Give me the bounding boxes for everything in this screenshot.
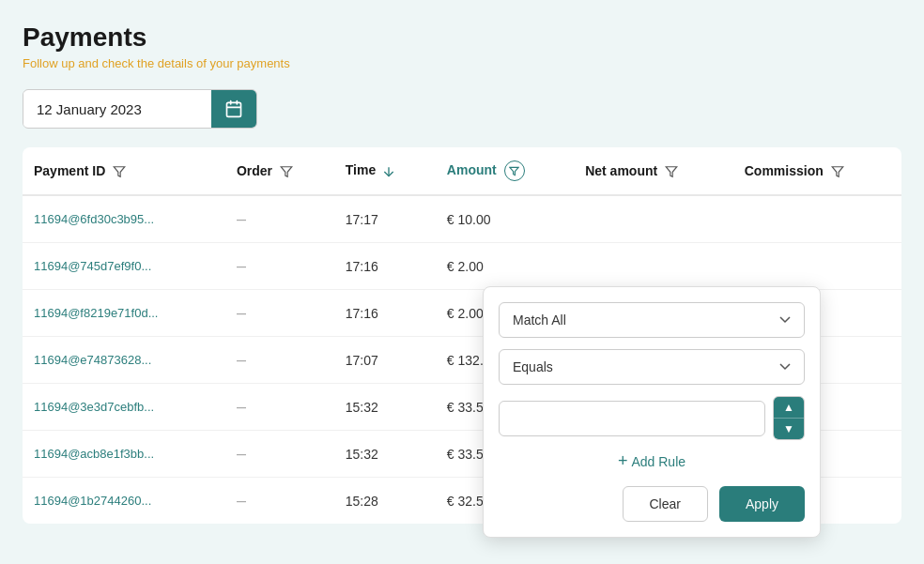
svg-marker-7	[510, 167, 518, 175]
svg-marker-8	[666, 167, 677, 177]
add-rule-plus-icon: +	[618, 451, 628, 471]
col-payment-id-label: Payment ID	[34, 163, 105, 178]
col-order: Order	[225, 147, 334, 195]
col-commission: Commission	[733, 147, 901, 195]
match-all-select[interactable]: Match All Match Any	[499, 302, 805, 338]
cell-net-amount	[574, 195, 733, 243]
add-rule-label: Add Rule	[631, 454, 685, 469]
col-time: Time	[334, 147, 436, 195]
cell-time: 17:17	[334, 195, 436, 243]
cell-payment-id: 11694@acb8e1f3bb...	[23, 431, 225, 478]
cell-time: 17:16	[334, 243, 436, 290]
cell-payment-id: 11694@3e3d7cebfb...	[23, 384, 225, 431]
svg-marker-9	[832, 167, 843, 177]
net-amount-filter-icon[interactable]	[665, 165, 678, 178]
equals-row: Equals Not Equals Greater Than Less Than…	[499, 349, 805, 385]
table-header-row: Payment ID Order Time	[23, 147, 901, 195]
clear-button[interactable]: Clear	[623, 486, 708, 522]
add-rule-row[interactable]: + Add Rule	[499, 451, 805, 471]
cell-order: –	[225, 195, 334, 243]
cell-time: 17:16	[334, 290, 436, 337]
time-sort-icon[interactable]	[381, 164, 396, 179]
cell-order: –	[225, 243, 334, 290]
cell-time: 15:32	[334, 384, 436, 431]
value-input-row: ▲ ▼	[499, 396, 805, 440]
col-order-label: Order	[237, 163, 272, 178]
cell-commission	[733, 243, 901, 290]
calendar-button[interactable]	[211, 90, 256, 128]
commission-filter-icon[interactable]	[831, 165, 844, 178]
cell-payment-id: 11694@745d7ef9f0...	[23, 243, 225, 290]
cell-payment-id: 11694@1b2744260...	[23, 478, 225, 525]
table-row: 11694@6fd30c3b95... – 17:17 € 10.00	[23, 195, 901, 243]
col-net-amount-label: Net amount	[585, 163, 657, 178]
cell-order: –	[225, 290, 334, 337]
cell-order: –	[225, 337, 334, 384]
col-net-amount: Net amount	[574, 147, 733, 195]
cell-time: 17:07	[334, 337, 436, 384]
cell-order: –	[225, 478, 334, 525]
page-title: Payments	[23, 23, 901, 53]
amount-filter-popover: Match All Match Any Equals Not Equals Gr…	[483, 286, 821, 538]
equals-select[interactable]: Equals Not Equals Greater Than Less Than…	[499, 349, 805, 385]
page-subtitle: Follow up and check the details of your …	[23, 56, 901, 70]
cell-amount: € 10.00	[436, 195, 574, 243]
calendar-icon	[224, 99, 243, 118]
date-input-wrapper	[23, 89, 257, 129]
order-filter-icon[interactable]	[280, 165, 293, 178]
cell-time: 15:28	[334, 478, 436, 525]
col-amount-label: Amount	[447, 162, 497, 177]
cell-order: –	[225, 431, 334, 478]
stepper-group: ▲ ▼	[773, 396, 805, 440]
popover-action-row: Clear Apply	[499, 486, 805, 522]
apply-button[interactable]: Apply	[719, 486, 805, 522]
cell-amount: € 2.00	[436, 243, 574, 290]
date-picker-row	[23, 89, 901, 129]
date-input[interactable]	[23, 92, 211, 127]
table-row: 11694@745d7ef9f0... – 17:16 € 2.00	[23, 243, 901, 290]
cell-payment-id: 11694@f8219e71f0d...	[23, 290, 225, 337]
col-time-label: Time	[346, 162, 376, 177]
cell-net-amount	[574, 243, 733, 290]
cell-time: 15:32	[334, 431, 436, 478]
svg-marker-5	[281, 167, 292, 177]
col-amount: Amount	[436, 147, 574, 195]
amount-value-input[interactable]	[499, 401, 765, 436]
cell-commission	[733, 195, 901, 243]
stepper-up-button[interactable]: ▲	[774, 397, 804, 419]
payment-id-filter-icon[interactable]	[113, 165, 126, 178]
payments-table-wrapper: Payment ID Order Time	[23, 147, 901, 524]
match-all-row: Match All Match Any	[499, 302, 805, 338]
svg-rect-0	[227, 102, 241, 116]
amount-filter-icon[interactable]	[504, 160, 525, 181]
cell-payment-id: 11694@e74873628...	[23, 337, 225, 384]
svg-marker-4	[114, 167, 125, 177]
col-payment-id: Payment ID	[23, 147, 225, 195]
stepper-down-button[interactable]: ▼	[774, 419, 804, 439]
col-commission-label: Commission	[745, 163, 824, 178]
cell-payment-id: 11694@6fd30c3b95...	[23, 195, 225, 243]
cell-order: –	[225, 384, 334, 431]
